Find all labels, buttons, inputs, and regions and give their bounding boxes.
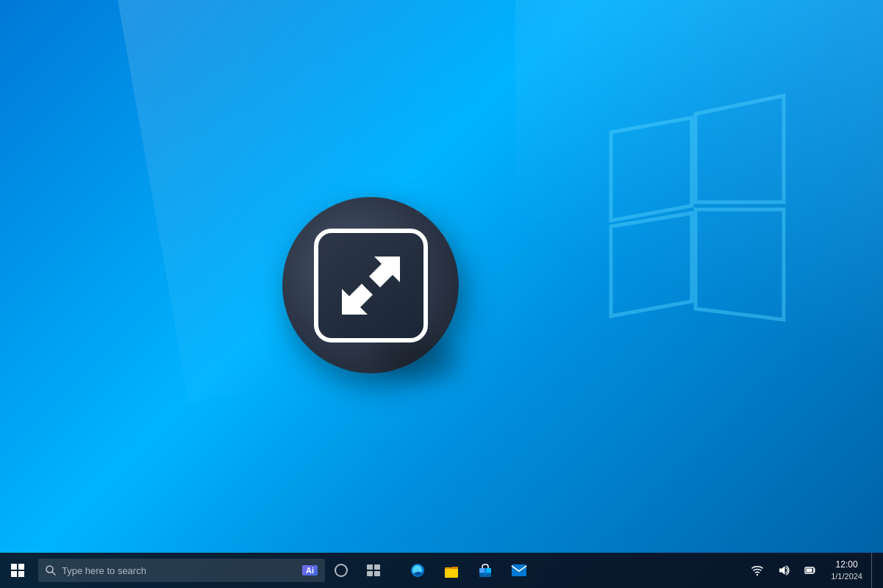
- windows-start-logo: [11, 564, 24, 577]
- svg-rect-21: [807, 569, 812, 573]
- edge-icon: [410, 562, 426, 578]
- svg-line-3: [52, 572, 55, 575]
- file-explorer-icon: [443, 562, 460, 578]
- svg-rect-13: [486, 568, 491, 573]
- svg-rect-5: [374, 564, 380, 570]
- system-tray: 12:00 1/1/2024: [746, 553, 883, 588]
- app-icon-container: [282, 197, 459, 373]
- resize-arrows-icon: [336, 251, 406, 320]
- battery-tray-icon[interactable]: [798, 553, 822, 588]
- svg-rect-14: [479, 573, 485, 577]
- mail-icon: [511, 564, 527, 577]
- store-icon: [477, 562, 493, 578]
- volume-tray-icon[interactable]: [772, 553, 796, 588]
- taskbar: Type here to search Ai: [0, 553, 883, 588]
- taskbar-search-bar[interactable]: Type here to search Ai: [38, 559, 325, 582]
- svg-rect-10: [445, 569, 458, 577]
- svg-rect-15: [486, 573, 491, 577]
- icon-circle: [282, 197, 459, 373]
- network-icon: [751, 564, 763, 576]
- search-placeholder-text: Type here to search: [62, 565, 146, 576]
- task-view-button[interactable]: [357, 553, 390, 588]
- taskbar-icons: [401, 553, 746, 588]
- search-icon: [46, 565, 56, 576]
- start-button[interactable]: [0, 553, 35, 588]
- clock-date: 1/1/2024: [831, 571, 862, 582]
- svg-rect-6: [367, 571, 373, 576]
- cortana-button[interactable]: [325, 553, 357, 588]
- svg-rect-16: [512, 564, 526, 576]
- battery-icon: [804, 564, 816, 576]
- icon-inner: [314, 229, 428, 343]
- windows-logo-watermark: [589, 74, 795, 353]
- clock-area[interactable]: 12:00 1/1/2024: [825, 553, 868, 588]
- cortana-circle-icon: [335, 564, 348, 577]
- svg-rect-4: [367, 564, 373, 570]
- desktop: Type here to search Ai: [0, 0, 883, 588]
- network-tray-icon[interactable]: [746, 553, 769, 588]
- volume-icon: [778, 564, 790, 576]
- svg-rect-7: [374, 571, 380, 576]
- ai-badge: Ai: [302, 565, 318, 576]
- edge-taskbar-icon[interactable]: [401, 553, 434, 588]
- file-explorer-taskbar-icon[interactable]: [435, 553, 468, 588]
- store-taskbar-icon[interactable]: [469, 553, 501, 588]
- svg-marker-1: [369, 257, 400, 287]
- svg-marker-0: [342, 284, 373, 315]
- task-view-icon: [367, 564, 380, 576]
- mail-taskbar-icon[interactable]: [503, 553, 535, 588]
- show-desktop-button[interactable]: [871, 553, 877, 588]
- svg-rect-12: [479, 568, 485, 573]
- svg-point-19: [757, 574, 758, 576]
- clock-time: 12:00: [836, 559, 858, 571]
